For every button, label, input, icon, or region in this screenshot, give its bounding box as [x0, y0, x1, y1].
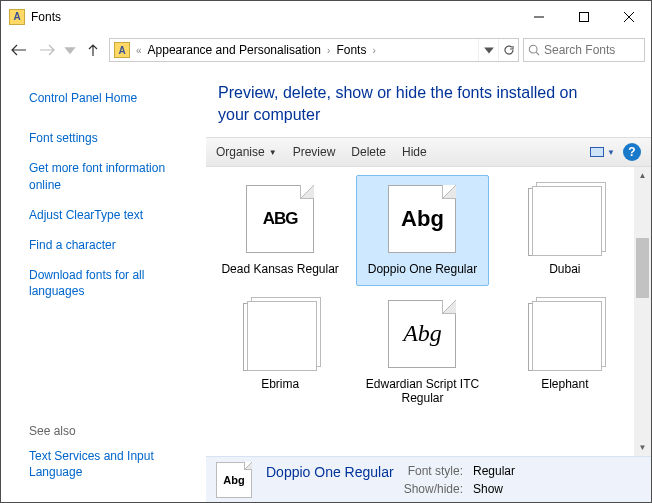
breadcrumb[interactable]: Appearance and Personalisation [144, 43, 325, 57]
search-input[interactable] [544, 43, 640, 57]
toolbar: Organise ▼ Preview Delete Hide ▼ ? [206, 137, 651, 167]
scroll-down-icon[interactable]: ▼ [634, 439, 651, 456]
font-label: Doppio One Regular [368, 262, 477, 276]
font-label: Dead Kansas Regular [221, 262, 338, 276]
font-sample: أب ج [540, 210, 584, 234]
font-label: Edwardian Script ITC Regular [361, 377, 483, 406]
view-options-button[interactable]: ▼ [590, 147, 615, 157]
chevron-right-icon: › [325, 45, 332, 56]
sidebar-link-font-settings[interactable]: Font settings [29, 126, 194, 150]
delete-button[interactable]: Delete [351, 145, 386, 159]
chevron-left-icon: « [134, 45, 144, 56]
fonts-folder-icon: A [114, 42, 130, 58]
preview-button[interactable]: Preview [293, 145, 336, 159]
scroll-up-icon[interactable]: ▲ [634, 167, 651, 184]
close-button[interactable] [606, 2, 651, 31]
sidebar-link-cleartype[interactable]: Adjust ClearType text [29, 203, 194, 227]
hide-button[interactable]: Hide [402, 145, 427, 159]
font-label: Elephant [541, 377, 588, 391]
svg-line-5 [536, 52, 539, 55]
sidebar-link-find-character[interactable]: Find a character [29, 233, 194, 257]
see-also-label: See also [29, 424, 194, 438]
font-sample: Abg [403, 320, 442, 347]
font-item-edwardian[interactable]: Abg Edwardian Script ITC Regular [356, 290, 488, 415]
minimize-button[interactable] [516, 2, 561, 31]
font-grid: ABG Dead Kansas Regular Abg Doppio One R… [206, 167, 651, 422]
font-item-dead-kansas[interactable]: ABG Dead Kansas Regular [214, 175, 346, 285]
main-panel: Preview, delete, show or hide the fonts … [206, 68, 651, 502]
fonts-folder-icon: A [9, 9, 25, 25]
font-sample: Abg [401, 206, 444, 232]
font-item-ebrima[interactable]: Abg Ebrima [214, 290, 346, 415]
details-pane: Abg Doppio One Regular Font style: Regul… [206, 456, 651, 502]
refresh-button[interactable] [498, 39, 518, 61]
search-box[interactable] [523, 38, 645, 62]
scrollbar-thumb[interactable] [636, 238, 649, 298]
page-heading: Preview, delete, show or hide the fonts … [206, 68, 651, 137]
control-panel-home-link[interactable]: Control Panel Home [29, 86, 194, 110]
forward-button[interactable] [35, 38, 59, 62]
font-sample: Abg [258, 324, 297, 350]
vertical-scrollbar[interactable]: ▲ ▼ [634, 167, 651, 456]
font-sample: ABG [263, 209, 298, 229]
address-dropdown[interactable] [478, 39, 498, 61]
organise-button[interactable]: Organise ▼ [216, 145, 277, 159]
chevron-right-icon: › [370, 45, 377, 56]
font-item-doppio-one[interactable]: Abg Doppio One Regular [356, 175, 488, 285]
details-thumb-icon: Abg [216, 462, 252, 498]
back-button[interactable] [7, 38, 31, 62]
details-showhide-value: Show [473, 482, 515, 496]
sidebar-seealso-link[interactable]: Text Services and Input Language [29, 444, 194, 484]
font-item-dubai[interactable]: أب ج Dubai [499, 175, 631, 285]
details-showhide-key: Show/hide: [404, 482, 463, 496]
sidebar: Control Panel Home Font settings Get mor… [1, 68, 206, 502]
font-sample: Abg [542, 324, 581, 350]
details-font-name: Doppio One Regular [266, 464, 394, 480]
details-style-value: Regular [473, 464, 515, 480]
svg-point-4 [529, 45, 537, 53]
nav-bar: A « Appearance and Personalisation › Fon… [1, 32, 651, 68]
details-style-key: Font style: [404, 464, 463, 480]
maximize-button[interactable] [561, 2, 606, 31]
help-icon[interactable]: ? [623, 143, 641, 161]
sidebar-link-more-info[interactable]: Get more font information online [29, 156, 194, 196]
sidebar-link-download-fonts[interactable]: Download fonts for all languages [29, 263, 194, 303]
title-bar: A Fonts [1, 1, 651, 32]
svg-rect-1 [579, 12, 588, 21]
font-label: Ebrima [261, 377, 299, 391]
breadcrumb[interactable]: Fonts [332, 43, 370, 57]
up-button[interactable] [81, 38, 105, 62]
font-label: Dubai [549, 262, 580, 276]
window-title: Fonts [31, 10, 516, 24]
address-bar[interactable]: A « Appearance and Personalisation › Fon… [109, 38, 519, 62]
font-item-elephant[interactable]: Abg Elephant [499, 290, 631, 415]
recent-dropdown[interactable] [63, 38, 77, 62]
